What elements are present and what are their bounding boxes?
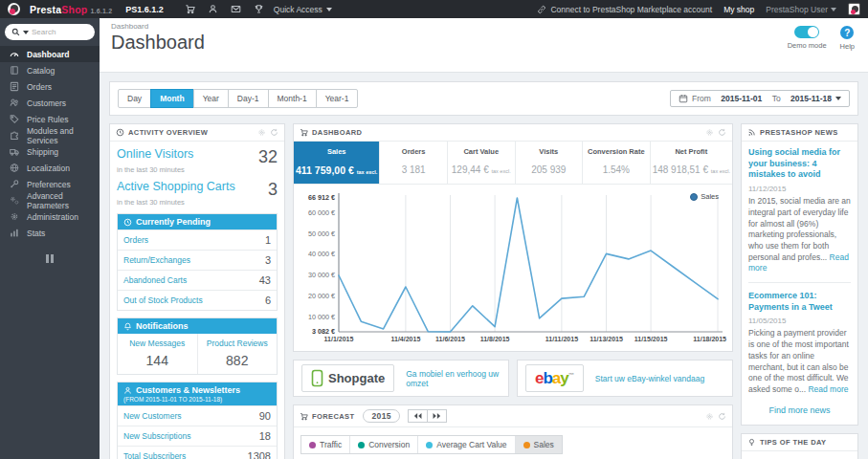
sidebar-item-administration[interactable]: Administration [0,208,100,225]
abandoned-carts-link[interactable]: Abandoned Carts [123,275,187,285]
new-customers-value: 90 [259,410,271,422]
product-reviews-link[interactable]: Product Reviews [200,339,276,348]
sidebar-item-shipping[interactable]: Shipping [0,143,100,160]
sales-chart: 3 082 €10 000 €20 000 €30 000 €40 000 €5… [297,188,727,349]
forecast-prev-button[interactable] [408,409,428,423]
kpi-conversion-rate[interactable]: Conversion Rate1.54% [582,142,650,184]
activity-overview-panel: ACTIVITY OVERVIEW Online Visitors32 in t… [109,123,285,459]
gear-icon[interactable] [705,412,714,421]
breadcrumb[interactable]: Dashboard [111,22,857,31]
customers-icon [9,98,20,108]
tab-average-cart-value[interactable]: Average Cart Value [417,436,514,453]
user-menu[interactable]: PrestaShop User [766,5,836,14]
brand-name: PrestaShop 1.6.1.2 [30,4,112,15]
shop-name: PS1.6.1.2 [125,5,164,14]
filter-day-button[interactable]: Day [118,89,151,108]
filter-year-1-button[interactable]: Year-1 [316,89,359,108]
new-messages-link[interactable]: New Messages [120,339,195,348]
out-of-stock-value: 6 [265,295,271,306]
my-shop-link[interactable]: My shop [723,5,754,14]
shopgate-logo[interactable]: Shopgate [301,364,394,392]
filter-year-button[interactable]: Year [193,89,229,108]
sidebar-item-stats[interactable]: Stats [0,225,100,241]
dashboard-cart-icon [300,128,308,137]
kpi-sales[interactable]: Sales411 759,00 € tax excl. [294,142,379,184]
chart-legend: Sales [690,192,719,201]
filter-day-1-button[interactable]: Day-1 [228,89,269,108]
tab-conversion[interactable]: Conversion [349,436,417,453]
pending-orders-link[interactable]: Orders [123,235,148,245]
sidebar-item-customers[interactable]: Customers [0,95,100,111]
sidebar-item-advanced-parameters[interactable]: Advanced Parameters [0,192,100,208]
preferences-icon [9,179,20,189]
brand-version: 1.6.1.2 [90,8,112,14]
total-subscribers-value: 1308 [248,450,271,459]
kpi-net-profit[interactable]: Net Profit148 918,51 € tax excl. [650,142,732,184]
sidebar-item-price-rules[interactable]: Price Rules [0,111,100,127]
sidebar-collapse-button[interactable] [44,254,56,263]
forecast-panel-title: FORECAST [312,412,354,421]
sidebar-item-catalog[interactable]: Catalog [0,62,100,78]
mail-icon[interactable] [231,4,241,14]
sidebar-item-orders[interactable]: Orders [0,78,100,95]
shopgate-promo: Shopgate Ga mobiel en verhoog uw omzet [293,360,509,397]
svg-text:11/18/2015: 11/18/2015 [693,336,726,342]
refresh-icon[interactable] [718,412,726,421]
sales-chart-area: Sales 3 082 €10 000 €20 000 €30 000 €40 … [294,185,732,351]
ebay-promo-link[interactable]: Start uw eBay-winkel vandaag [595,374,704,383]
abandoned-carts-value: 43 [259,274,271,286]
refresh-icon[interactable] [270,128,278,137]
svg-text:60 000 €: 60 000 € [308,208,335,217]
gear-icon[interactable] [705,128,714,137]
pending-returns-value: 3 [265,254,271,266]
sidebar-item-dashboard[interactable]: Dashboard [0,46,100,62]
sidebar-item-localization[interactable]: Localization [0,160,100,176]
sidebar-item-modules[interactable]: Modules and Services [0,127,100,143]
conversion-dot-icon [358,442,365,448]
new-subscriptions-link[interactable]: New Subscriptions [123,431,190,441]
kpi-cart-value[interactable]: Cart Value129,44 € tax excl. [447,142,515,184]
quick-access-menu[interactable]: Quick Access [274,5,332,14]
news-article-title[interactable]: Ecommerce 101: Payments in a Tweet [748,291,851,313]
prestashop-logo-icon [8,3,20,15]
average-cart-value-dot-icon [426,442,433,448]
gear-icon[interactable] [257,128,266,137]
kpi-orders[interactable]: Orders3 181 [379,142,447,184]
forecast-next-button[interactable] [427,409,447,423]
refresh-icon[interactable] [718,128,726,137]
sidebar-item-preferences[interactable]: Preferences [0,176,100,192]
svg-text:11/4/2015: 11/4/2015 [391,336,421,342]
tab-sales[interactable]: Sales [515,436,562,453]
activity-icon [116,128,124,137]
search-filter-caret-icon[interactable] [23,31,29,34]
trophy-icon[interactable] [254,4,264,14]
kpi-visits[interactable]: Visits205 939 [515,142,583,184]
total-subscribers-link[interactable]: Total Subscribers [123,451,186,459]
read-more-link[interactable]: Read more [808,384,848,394]
demo-mode-toggle[interactable] [794,26,819,38]
pending-returns-link[interactable]: Return/Exchanges [123,255,190,265]
sidebar-search[interactable] [5,24,95,40]
avatar[interactable] [848,3,860,15]
rss-icon [747,128,756,137]
online-visitors-link[interactable]: Online Visitors [117,147,193,167]
active-carts-link[interactable]: Active Shopping Carts [117,180,235,200]
date-range-picker[interactable]: From 2015-11-01 To 2015-11-18 [670,90,850,107]
ebay-promo: ebay™ Start uw eBay-winkel vandaag [517,360,733,397]
user-icon[interactable] [208,4,218,14]
cart-icon[interactable] [185,4,195,14]
svg-text:11/1/2015: 11/1/2015 [324,336,354,342]
modules-icon [9,130,20,141]
ebay-logo[interactable]: ebay™ [525,364,584,392]
search-input[interactable] [32,28,81,36]
filter-month-button[interactable]: Month [150,89,194,108]
shopgate-promo-link[interactable]: Ga mobiel en verhoog uw omzet [406,369,501,388]
new-customers-link[interactable]: New Customers [123,411,181,421]
filter-month-1-button[interactable]: Month-1 [268,89,317,108]
out-of-stock-link[interactable]: Out of Stock Products [123,295,203,305]
help-button[interactable]: ? [840,26,854,39]
find-more-news-link[interactable]: Find more news [748,405,851,415]
tab-traffic[interactable]: Traffic [301,436,349,453]
news-article-title[interactable]: Using social media for your business: 4 … [748,147,851,181]
marketplace-link[interactable]: Connect to PrestaShop Marketplace accoun… [537,5,712,14]
